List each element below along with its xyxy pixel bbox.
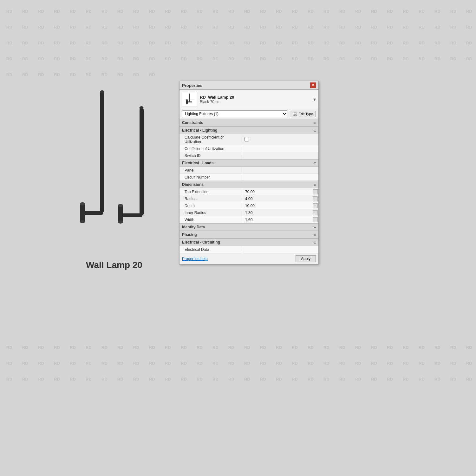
depth-btn[interactable]: = bbox=[313, 203, 318, 208]
svg-text:RD: RD bbox=[244, 345, 250, 350]
svg-text:RD: RD bbox=[323, 361, 329, 366]
prop-value-top-extension[interactable] bbox=[243, 189, 313, 195]
svg-text:RD: RD bbox=[419, 9, 425, 14]
svg-text:RD: RD bbox=[339, 56, 345, 61]
svg-text:RD: RD bbox=[387, 361, 393, 366]
prop-value-electrical-data[interactable] bbox=[243, 246, 318, 253]
prop-row-top-extension: Top Extension = bbox=[179, 188, 318, 195]
panel-input[interactable] bbox=[245, 168, 317, 173]
inner-radius-btn[interactable]: = bbox=[313, 210, 318, 215]
section-header-constraints[interactable]: Constraints » bbox=[179, 119, 318, 127]
prop-value-calculate-cou[interactable] bbox=[243, 136, 318, 143]
svg-text:RD: RD bbox=[181, 9, 187, 14]
cou-input[interactable] bbox=[245, 146, 317, 151]
prop-row-cou: Coefficient of Utilization bbox=[179, 145, 318, 152]
prop-row-circuit-number: Circuit Number bbox=[179, 174, 318, 181]
svg-text:RD: RD bbox=[276, 9, 282, 14]
svg-text:RD: RD bbox=[403, 25, 409, 29]
svg-text:RD: RD bbox=[197, 41, 203, 45]
svg-text:RD: RD bbox=[276, 361, 282, 366]
svg-text:RD: RD bbox=[212, 56, 218, 61]
section-header-identity-data[interactable]: Identity Data » bbox=[179, 223, 318, 231]
edit-type-button[interactable]: Edit Type bbox=[290, 111, 316, 117]
svg-text:RD: RD bbox=[165, 56, 171, 61]
circuit-number-input[interactable] bbox=[245, 175, 317, 180]
prop-value-panel[interactable] bbox=[243, 167, 318, 173]
svg-rect-245 bbox=[294, 113, 296, 113]
radius-input[interactable] bbox=[245, 196, 311, 201]
prop-value-cou[interactable] bbox=[243, 146, 318, 152]
svg-text:RD: RD bbox=[212, 377, 218, 381]
width-btn[interactable]: = bbox=[313, 217, 318, 222]
svg-text:RD: RD bbox=[419, 361, 425, 366]
panel-footer: Properties help Apply bbox=[179, 253, 318, 264]
svg-text:RD: RD bbox=[181, 361, 187, 366]
svg-text:RD: RD bbox=[117, 41, 123, 45]
svg-text:RD: RD bbox=[292, 377, 298, 381]
prop-value-inner-radius[interactable] bbox=[243, 210, 313, 216]
svg-text:RD: RD bbox=[260, 56, 266, 61]
svg-text:RD: RD bbox=[466, 41, 472, 45]
section-header-dimensions[interactable]: Dimensions « bbox=[179, 181, 318, 188]
svg-text:RD: RD bbox=[6, 41, 12, 45]
svg-text:RD: RD bbox=[419, 56, 425, 61]
svg-text:RD: RD bbox=[276, 377, 282, 381]
prop-value-depth[interactable] bbox=[243, 203, 313, 209]
section-header-electrical-lighting[interactable]: Electrical - Lighting « bbox=[179, 127, 318, 134]
svg-text:RD: RD bbox=[101, 345, 108, 350]
section-header-phasing[interactable]: Phasing » bbox=[179, 231, 318, 238]
prop-value-circuit-number[interactable] bbox=[243, 174, 318, 180]
prop-row-electrical-data: Electrical Data bbox=[179, 246, 318, 253]
svg-text:RD: RD bbox=[371, 361, 377, 366]
top-extension-input[interactable] bbox=[245, 189, 311, 194]
prop-row-width: Width = bbox=[179, 216, 318, 223]
section-label-electrical-lighting: Electrical - Lighting bbox=[182, 128, 217, 133]
panel-close-button[interactable]: × bbox=[310, 82, 316, 88]
edit-type-label: Edit Type bbox=[298, 112, 313, 116]
prop-value-width[interactable] bbox=[243, 217, 313, 223]
svg-text:RD: RD bbox=[70, 361, 76, 366]
prop-row-switch-id: Switch ID bbox=[179, 152, 318, 159]
svg-text:RD: RD bbox=[133, 56, 139, 61]
family-dropdown[interactable]: Lighting Fixtures (1) bbox=[182, 110, 287, 117]
svg-text:RD: RD bbox=[54, 56, 60, 61]
prop-row-calculate-cou: Calculate Coefficient of Utilization bbox=[179, 134, 318, 145]
electrical-data-input[interactable] bbox=[245, 247, 317, 252]
svg-text:RD: RD bbox=[260, 9, 266, 14]
panel-content[interactable]: Constraints » Electrical - Lighting « Ca… bbox=[179, 119, 318, 253]
svg-text:RD: RD bbox=[101, 56, 108, 61]
prop-label-radius: Radius bbox=[179, 196, 243, 202]
calculate-cou-checkbox[interactable] bbox=[245, 137, 249, 141]
svg-text:RD: RD bbox=[101, 9, 108, 14]
switch-id-input[interactable] bbox=[245, 153, 317, 158]
svg-text:RD: RD bbox=[323, 41, 329, 45]
inner-radius-input[interactable] bbox=[245, 210, 311, 215]
section-header-electrical-loads[interactable]: Electrical - Loads « bbox=[179, 159, 318, 167]
apply-button[interactable]: Apply bbox=[296, 255, 316, 262]
top-extension-btn[interactable]: = bbox=[313, 189, 318, 194]
depth-input[interactable] bbox=[245, 203, 311, 208]
svg-text:RD: RD bbox=[403, 56, 409, 61]
svg-text:RD: RD bbox=[450, 361, 456, 366]
svg-text:RD: RD bbox=[276, 345, 282, 350]
svg-text:RD: RD bbox=[6, 72, 12, 77]
prop-row-inner-radius: Inner Radius = bbox=[179, 209, 318, 216]
section-header-electrical-circuiting[interactable]: Electrical - Circuiting « bbox=[179, 238, 318, 246]
component-arrow-icon[interactable]: ▾ bbox=[313, 96, 316, 102]
svg-text:RD: RD bbox=[276, 41, 282, 45]
prop-value-radius[interactable] bbox=[243, 196, 313, 202]
radius-btn[interactable]: = bbox=[313, 196, 318, 201]
svg-text:RD: RD bbox=[403, 41, 409, 45]
width-input[interactable] bbox=[245, 217, 311, 222]
svg-text:RD: RD bbox=[133, 72, 139, 77]
svg-text:RD: RD bbox=[133, 361, 139, 366]
prop-value-switch-id[interactable] bbox=[243, 153, 318, 159]
svg-text:RD: RD bbox=[276, 25, 282, 29]
svg-text:RD: RD bbox=[6, 56, 12, 61]
properties-help-link[interactable]: Properties help bbox=[182, 257, 208, 261]
svg-text:RD: RD bbox=[260, 41, 266, 45]
prop-row-radius: Radius = bbox=[179, 195, 318, 202]
svg-text:RD: RD bbox=[355, 41, 361, 45]
panel-title: Properties bbox=[182, 83, 202, 88]
svg-text:RD: RD bbox=[450, 56, 456, 61]
